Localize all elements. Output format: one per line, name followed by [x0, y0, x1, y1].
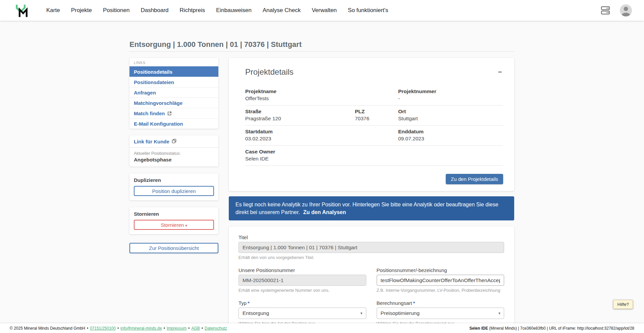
top-nav: Karte Projekte Positionen Dashboard Rich…	[0, 0, 644, 21]
go-to-project-details-button[interactable]: Zu den Projektdetails	[446, 174, 503, 184]
nav-item-projekte[interactable]: Projekte	[71, 7, 92, 14]
unsere-positionsnummer-label: Unsere Positionsnummer	[238, 267, 366, 273]
links-header: LINKS	[129, 58, 218, 66]
footer-copyright: © 2025 Mineral Minds Deutschland GmbH	[10, 326, 85, 331]
projektname-label: Projektname	[245, 88, 355, 94]
nav-item-einbauweisen[interactable]: Einbauweisen	[216, 7, 252, 14]
logo-icon	[15, 3, 29, 18]
case-owner-label: Case Owner	[245, 149, 355, 155]
footer-session-details: (Mineral Minds) | 7ce360e83fb0 | URL of …	[488, 326, 634, 331]
project-details-card: Projektdetails – Projektname OfferTests …	[229, 58, 514, 191]
plz-label: PLZ	[355, 109, 398, 115]
banner-text: Es liegt noch keine Analytik zu Ihrer Po…	[235, 202, 498, 215]
analytics-info-banner: Es liegt noch keine Analytik zu Ihrer Po…	[229, 196, 514, 220]
avatar-icon	[624, 7, 628, 11]
strasse-value: Pragstraße 120	[245, 116, 355, 122]
duplicate-card: Duplizieren Position duplizieren	[129, 174, 218, 200]
sidebar-item-positionsdetails[interactable]: Positionsdetails	[129, 66, 218, 77]
table-row: Case Owner Selen IDE	[245, 146, 503, 166]
cancel-header: Stornieren	[134, 211, 214, 217]
title-divider	[129, 51, 514, 52]
footer-user-name: Selen IDE	[470, 326, 488, 331]
required-asterisk: *	[413, 300, 415, 306]
positionsbezeichnung-label: Positionsnummer/-bezeichnung	[377, 267, 504, 273]
position-status-value: Angebotsphase	[134, 157, 214, 162]
projektnummer-value: -	[398, 95, 503, 102]
titel-helper: Erhält den von uns vorgegebenen Titel.	[238, 255, 504, 260]
ort-label: Ort	[398, 109, 503, 115]
sidebar-item-matchingvorschlaege[interactable]: Matchingvorschläge	[129, 97, 218, 108]
table-row: Projektname OfferTests Projektnummer -	[245, 85, 503, 106]
titel-input	[238, 242, 504, 253]
typ-select-value: Entsorgung	[243, 310, 269, 316]
duplicate-header: Duplizieren	[134, 177, 214, 183]
customer-link[interactable]: Link für Kunde	[134, 139, 176, 147]
strasse-label: Straße	[245, 109, 355, 115]
go-to-analyses-link[interactable]: Zu den Analysen	[303, 209, 346, 215]
nav-item-analyse-check[interactable]: Analyse Check	[263, 7, 301, 14]
copy-icon	[172, 139, 176, 144]
nav-item-karte[interactable]: Karte	[46, 7, 60, 14]
required-asterisk: *	[248, 300, 250, 306]
berechnungsart-label: Berechnungsart*	[377, 300, 504, 306]
footer-link-impressum[interactable]: Impressum	[167, 326, 186, 331]
footer-link-agb[interactable]: AGB	[191, 326, 200, 331]
help-button[interactable]: Hilfe?	[613, 300, 633, 309]
nav-item-richtpreis[interactable]: Richtpreis	[180, 7, 205, 14]
project-details-title: Projektdetails	[245, 67, 293, 77]
footer-link-phone[interactable]: 07151/250100	[90, 326, 116, 331]
project-details-table: Projektname OfferTests Projektnummer - S…	[245, 85, 503, 166]
position-form-card: Titel Erhält den von uns vorgegebenen Ti…	[229, 226, 514, 333]
enddatum-label: Enddatum	[398, 129, 503, 135]
ort-value: Stuttgart	[398, 116, 503, 122]
nav-right-actions	[600, 4, 632, 16]
plz-value: 70376	[355, 116, 398, 122]
sidebar: LINKS Positionsdetails Positionsdateien …	[129, 58, 218, 253]
main-menu: Karte Projekte Positionen Dashboard Rich…	[46, 7, 388, 14]
berechnungsart-select[interactable]: Preisoptimierung ▾	[377, 308, 504, 319]
startdatum-label: Startdatum	[245, 129, 355, 135]
duplicate-position-button[interactable]: Position duplizieren	[134, 186, 214, 196]
user-avatar-button[interactable]	[620, 4, 632, 16]
sidebar-item-match-finden[interactable]: Match finden	[129, 108, 218, 118]
nav-item-dashboard[interactable]: Dashboard	[141, 7, 168, 14]
titel-label: Titel	[238, 235, 504, 240]
position-overview-button[interactable]: Zur Positionsübersicht	[129, 243, 218, 253]
card-reader-icon	[600, 5, 611, 16]
page-title: Entsorgung | 1.000 Tonnen | 01 | 70376 |…	[129, 40, 514, 49]
positionsbezeichnung-input[interactable]	[377, 275, 504, 286]
nav-item-so-funktionierts[interactable]: So funktioniert's	[348, 7, 388, 14]
table-row: Startdatum 03.02.2023 Enddatum 09.07.202…	[245, 126, 503, 146]
card-reader-button[interactable]	[600, 5, 611, 16]
projektnummer-label: Projektnummer	[398, 88, 503, 94]
footer-link-datenschutz[interactable]: Datenschutz	[205, 326, 227, 331]
footer-session-info: Selen IDE (Mineral Minds) | 7ce360e83fb0…	[470, 326, 634, 331]
footer-link-email[interactable]: info@mineral-minds.de	[120, 326, 162, 331]
position-status-label: Aktueller Positionsstatus:	[134, 151, 214, 156]
main-column: Projektdetails – Projektname OfferTests …	[229, 58, 514, 333]
chevron-down-icon: ▾	[360, 311, 362, 316]
sidebar-item-positionsdateien[interactable]: Positionsdateien	[129, 77, 218, 87]
case-owner-value: Selen IDE	[245, 156, 355, 162]
sidebar-item-email-konfiguration[interactable]: E-Mail Konfiguration	[129, 118, 218, 129]
caret-down-icon: ▾	[185, 223, 187, 227]
customer-link-card: Link für Kunde Aktueller Positionsstatus…	[129, 135, 218, 166]
links-card: LINKS Positionsdetails Positionsdateien …	[129, 58, 218, 129]
chevron-down-icon: ▾	[498, 311, 500, 316]
footer-left: © 2025 Mineral Minds Deutschland GmbH • …	[10, 326, 227, 331]
footer: © 2025 Mineral Minds Deutschland GmbH • …	[0, 323, 644, 333]
cancel-position-button[interactable]: Stornieren▾	[134, 220, 214, 230]
typ-label: Typ*	[238, 300, 366, 306]
berechnungsart-select-value: Preisoptimierung	[381, 310, 420, 316]
sidebar-item-anfragen[interactable]: Anfragen	[129, 87, 218, 97]
mineral-minds-logo[interactable]	[15, 2, 30, 18]
cancel-card: Stornieren Stornieren▾	[129, 207, 218, 234]
typ-select[interactable]: Entsorgung ▾	[238, 308, 366, 319]
nav-item-verwalten[interactable]: Verwalten	[312, 7, 337, 14]
projektname-value: OfferTests	[245, 95, 355, 102]
table-row: Straße Pragstraße 120 PLZ 70376 Ort Stut…	[245, 106, 503, 126]
nav-item-positionen[interactable]: Positionen	[103, 7, 129, 14]
enddatum-value: 09.07.2023	[398, 136, 503, 142]
external-link-icon	[167, 111, 172, 116]
collapse-icon[interactable]: –	[497, 67, 503, 75]
